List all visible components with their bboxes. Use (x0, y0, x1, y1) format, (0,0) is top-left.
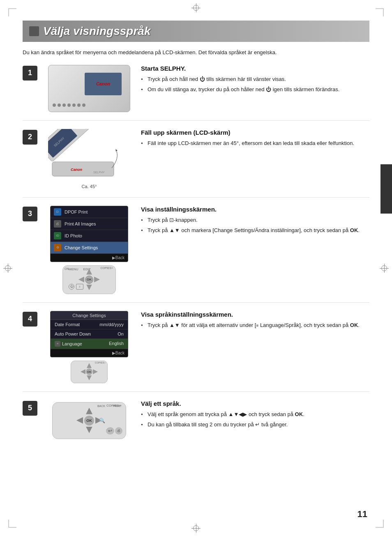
page-number: 11 (357, 509, 367, 520)
step-2-heading: Fäll upp skärmen (LCD-skärm) (141, 129, 369, 136)
menu-icon-settings: ⚙ (54, 244, 61, 251)
back-button[interactable]: ↩ (106, 427, 114, 435)
crosshair-bottom (191, 524, 201, 533)
step-4-heading: Visa språkinställningsskärmen. (141, 311, 369, 318)
settings-row-power: Auto Power Down On (51, 329, 128, 339)
crosshair-right (380, 264, 389, 273)
printer-buttons (53, 104, 126, 107)
d-pad-ok[interactable]: OK (85, 276, 93, 284)
divider-1 (23, 120, 369, 121)
step-3-row: 3 D DPOF Print 🖨 Print All Images ID (23, 206, 369, 294)
printer-illustration: Canon (48, 65, 130, 112)
d-pad-sm-ok[interactable]: OK (86, 368, 92, 375)
subtitle: Du kan ändra språket för menyerna och me… (23, 48, 369, 57)
print-label: PRINT (113, 405, 122, 407)
page-title: Välja visningsspråk (43, 25, 150, 38)
step-2-badge: 2 (23, 130, 37, 145)
right-edge-bar (380, 164, 392, 214)
corner-mark-br (376, 520, 384, 528)
copies-label: COPIES+ (100, 267, 113, 269)
main-content: Välja visningsspråk Du kan ändra språket… (23, 21, 369, 441)
magnify-icon[interactable]: 🔍 (99, 418, 105, 423)
power-button[interactable]: ⏻ (69, 284, 74, 290)
d-pad-right[interactable] (94, 277, 100, 283)
printer-btn-2 (58, 104, 61, 107)
divider-3 (23, 302, 369, 303)
back-label: BACK (97, 405, 105, 407)
print-button[interactable]: 🖨 (115, 427, 122, 435)
d-pad-sm-left[interactable] (81, 369, 85, 374)
d-pad-lg-up[interactable] (86, 408, 92, 414)
lcd-illustration: SELPHY Canon SELPHY (48, 129, 130, 182)
menu-row-dpof: D DPOF Print (51, 206, 128, 218)
lcd-svg: SELPHY Canon SELPHY (48, 129, 130, 182)
step-2-bullet-1: Fäll inte upp LCD-skärmen mer än 45°, ef… (141, 139, 369, 147)
step-4-image: Change Settings Date Format mm/dd/yyyy A… (44, 311, 134, 383)
settings-label-date: Date Format (55, 322, 80, 327)
crosshair-left (3, 264, 12, 273)
step-1-badge: 1 (23, 66, 37, 81)
step-5-text: Välj ett språk. Välj ett språk genom att… (141, 400, 369, 431)
step-5-row: 5 COPIES+ OK 🔍 ↩ 🖨 BACK PRINT (23, 400, 369, 441)
svg-text:Canon: Canon (71, 168, 83, 172)
settings-value-power: On (118, 331, 124, 336)
step-2-bullets: Fäll inte upp LCD-skärmen mer än 45°, ef… (141, 139, 369, 147)
step-2-image: SELPHY Canon SELPHY Ca. (44, 129, 134, 189)
step-1-bullet-1: Tryck på och håll ned ⏻ tills skärmen hä… (141, 75, 369, 83)
d-pad-left[interactable] (78, 277, 84, 283)
settings-row-date: Date Format mm/dd/yyyy (51, 320, 128, 329)
step-5-badge: 5 (23, 401, 37, 416)
menu-row-print: 🖨 Print All Images (51, 218, 128, 230)
corner-mark-bl (8, 520, 16, 528)
steps-container: 1 Canon (23, 65, 369, 441)
corner-mark-tr (376, 8, 384, 16)
menu-icon-id: ID (54, 232, 61, 239)
d-pad-lg-left[interactable] (76, 417, 83, 424)
controller-3: ON MENU EDIT COPIES+ OK (62, 265, 116, 294)
d-pad-sm-right[interactable] (93, 369, 98, 374)
step-4-text: Visa språkinställningsskärmen. Tryck på … (141, 311, 369, 332)
step-3-bullet-2: Tryck på ▲▼ och markera [Change Settings… (141, 226, 369, 235)
settings-value-date: mm/dd/yyyy (99, 322, 124, 327)
settings-row-language: ≡ Language English (51, 339, 128, 349)
on-label: ON (65, 267, 69, 270)
svg-rect-0 (52, 162, 114, 176)
settings-back: ▶ Back (51, 349, 128, 357)
printer-btn-7 (82, 104, 85, 107)
d-pad-lg-ok[interactable]: OK (84, 416, 94, 426)
d-pad-up[interactable] (86, 269, 92, 275)
step-1-row: 1 Canon (23, 65, 369, 112)
printer-btn-4 (67, 104, 71, 107)
settings-screen-wrapper: Change Settings Date Format mm/dd/yyyy A… (46, 311, 132, 383)
settings-label-lang: Language (62, 341, 82, 346)
printer-btn-3 (62, 104, 66, 107)
title-banner: Välja visningsspråk (23, 21, 369, 42)
step-5-bullets: Välj ett språk genom att trycka på ▲▼◀▶ … (141, 410, 369, 429)
menu-label-id: ID Photo (65, 233, 82, 238)
controller-4: COPIES+ OK (71, 361, 108, 383)
menu-label-settings: Change Settings (65, 245, 98, 250)
corner-mark-tl (8, 8, 16, 16)
d-pad-sm-down[interactable] (87, 375, 92, 380)
menu-button[interactable]: ≡ (76, 284, 83, 290)
step-5-bullet-1: Välj ett språk genom att trycka på ▲▼◀▶ … (141, 410, 369, 419)
menu-label-dpof: DPOF Print (65, 209, 88, 214)
step-3-heading: Visa inställningsskärmen. (141, 206, 369, 213)
d-pad-down[interactable] (86, 285, 92, 290)
language-row-label: ≡ Language (55, 341, 82, 347)
menu-icon-dpof: D (54, 208, 61, 216)
d-pad-sm-up[interactable] (87, 363, 92, 368)
controller-5: COPIES+ OK 🔍 ↩ 🖨 BACK PRINT (52, 402, 126, 439)
printer-btn-1 (53, 104, 56, 107)
d-pad-lg-down[interactable] (86, 427, 92, 433)
settings-title: Change Settings (51, 311, 128, 320)
menu-row-id: ID ID Photo (51, 230, 128, 242)
menu-icon-print: 🖨 (54, 220, 61, 228)
settings-screen: Change Settings Date Format mm/dd/yyyy A… (50, 311, 128, 357)
menu-screen: D DPOF Print 🖨 Print All Images ID ID Ph… (50, 206, 128, 262)
step-4-row: 4 Change Settings Date Format mm/dd/yyyy… (23, 311, 369, 383)
angle-label: Ca. 45° (82, 184, 97, 189)
menu-row-settings: ⚙ Change Settings (51, 242, 128, 254)
step-3-bullets: Tryck på ⊡-knappen. Tryck på ▲▼ och mark… (141, 216, 369, 235)
step-5-image: COPIES+ OK 🔍 ↩ 🖨 BACK PRINT (44, 400, 134, 441)
